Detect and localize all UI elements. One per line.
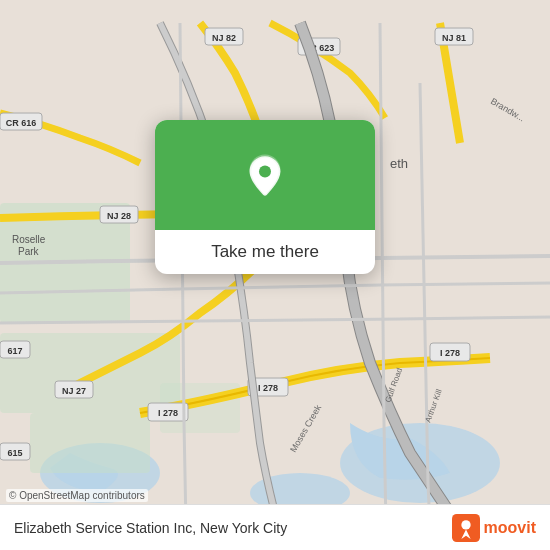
svg-text:CR 616: CR 616 [6, 118, 37, 128]
card-button-area[interactable]: Take me there [155, 230, 375, 274]
svg-text:Moses Creek: Moses Creek [288, 403, 323, 454]
map-container: I 278 I 278 I 278 NJ 27 NJ 28 NJ 82 NJ 8… [0, 0, 550, 550]
svg-text:I 278: I 278 [258, 383, 278, 393]
credit-text: © OpenStreetMap contributors [9, 490, 145, 501]
map-svg: I 278 I 278 I 278 NJ 27 NJ 28 NJ 82 NJ 8… [0, 0, 550, 550]
svg-rect-5 [30, 413, 150, 473]
svg-text:NJ 82: NJ 82 [212, 33, 236, 43]
svg-text:Brandw...: Brandw... [489, 96, 527, 123]
svg-point-39 [259, 166, 271, 178]
location-pin-icon [241, 151, 289, 199]
svg-text:I 278: I 278 [158, 408, 178, 418]
svg-text:eth: eth [390, 156, 408, 171]
svg-text:Roselle: Roselle [12, 234, 46, 245]
svg-text:NJ 81: NJ 81 [442, 33, 466, 43]
moovit-icon [452, 514, 480, 542]
take-me-there-button[interactable]: Take me there [211, 240, 319, 264]
map-credit: © OpenStreetMap contributors [6, 489, 148, 502]
svg-text:I 278: I 278 [440, 348, 460, 358]
bottom-bar: Elizabeth Service Station Inc, New York … [0, 504, 550, 550]
svg-text:Gulf Road: Gulf Road [383, 367, 404, 404]
location-card: Take me there [155, 120, 375, 274]
svg-text:615: 615 [7, 448, 22, 458]
card-map-area [155, 120, 375, 230]
moovit-text: moovit [484, 519, 536, 537]
location-label: Elizabeth Service Station Inc, New York … [14, 520, 287, 536]
svg-text:NJ 27: NJ 27 [62, 386, 86, 396]
svg-point-41 [461, 520, 470, 529]
svg-text:Park: Park [18, 246, 40, 257]
moovit-logo: moovit [452, 514, 536, 542]
svg-text:617: 617 [7, 346, 22, 356]
svg-text:NJ 28: NJ 28 [107, 211, 131, 221]
